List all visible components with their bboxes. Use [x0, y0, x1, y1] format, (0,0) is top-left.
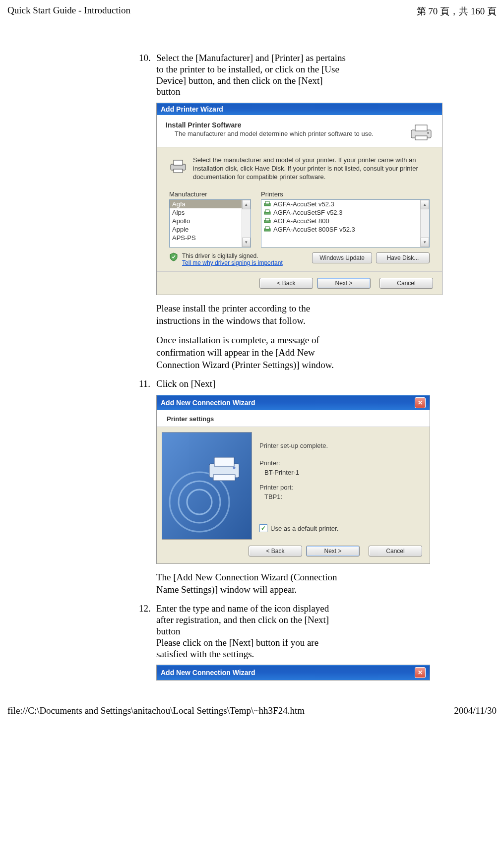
printer-item-icon	[264, 226, 271, 233]
step-number-10: 10.	[139, 53, 156, 98]
list-item[interactable]: Apollo	[170, 217, 251, 225]
driver-signed-text: This driver is digitally signed.	[182, 252, 283, 259]
dialog-title: Add Printer Wizard	[161, 105, 223, 113]
add-connection-wizard-dialog: Add New Connection Wizard ✕ Printer sett…	[156, 395, 430, 564]
svg-rect-12	[265, 218, 269, 221]
printer-description: Select the manufacturer and model of you…	[193, 156, 430, 182]
back-button[interactable]: < Back	[249, 546, 302, 557]
scroll-down-icon[interactable]: ▾	[242, 238, 251, 247]
dialog-titlebar: Add New Connection Wizard ✕	[157, 665, 430, 680]
svg-point-22	[233, 467, 236, 469]
scrollbar[interactable]: ▴ ▾	[420, 200, 429, 247]
check-icon: ✓	[261, 525, 266, 532]
scroll-up-icon[interactable]: ▴	[242, 200, 251, 209]
list-item[interactable]: Apple	[170, 225, 251, 234]
printer-icon	[409, 121, 433, 142]
printers-listbox[interactable]: AGFA-AccuSet v52.3 AGFA-AccuSetSF v52.3 …	[261, 199, 430, 248]
next-button[interactable]: Next >	[317, 278, 371, 289]
scrollbar[interactable]: ▴ ▾	[242, 200, 251, 247]
svg-rect-20	[214, 457, 234, 466]
shield-icon	[169, 252, 178, 261]
wizard-subheading: The manufacturer and model determine whi…	[175, 130, 409, 137]
printer-small-icon	[169, 157, 187, 175]
next-button[interactable]: Next >	[306, 546, 360, 557]
manufacturer-listbox[interactable]: Agfa Alps Apollo Apple APS-PS ▴ ▾	[169, 199, 251, 248]
list-item[interactable]: AGFA-AccuSet 800	[261, 217, 429, 225]
list-item[interactable]: AGFA-AccuSetSF v52.3	[261, 208, 429, 217]
svg-rect-14	[265, 227, 269, 229]
dialog-titlebar: Add Printer Wizard	[157, 103, 442, 115]
manufacturer-label: Manufacturer	[169, 190, 251, 198]
header-right: 第 70 頁，共 160 頁	[417, 5, 497, 18]
step-number-11: 11.	[139, 378, 156, 390]
cancel-button[interactable]: Cancel	[369, 546, 422, 557]
close-button[interactable]: ✕	[415, 397, 426, 408]
svg-rect-15	[162, 433, 252, 539]
default-printer-label: Use as a default printer.	[270, 525, 338, 532]
svg-rect-6	[174, 169, 183, 173]
svg-rect-1	[415, 125, 427, 131]
add-connection-wizard-dialog-2: Add New Connection Wizard ✕	[156, 665, 430, 681]
footer-path: file://C:\Documents and Settings\anitach…	[7, 705, 305, 716]
step-text-11: Click on [Next]	[156, 378, 215, 390]
close-button[interactable]: ✕	[415, 667, 426, 678]
svg-rect-21	[213, 475, 235, 481]
printer-item-icon	[264, 200, 271, 207]
printer-settings-heading: Printer settings	[157, 410, 430, 427]
windows-update-button[interactable]: Windows Update	[312, 252, 372, 263]
wizard-graphic	[162, 432, 252, 540]
have-disk-button[interactable]: Have Disk...	[376, 252, 430, 263]
close-icon: ✕	[418, 399, 423, 406]
dialog-title: Add New Connection Wizard	[161, 399, 255, 407]
scroll-down-icon[interactable]: ▾	[421, 238, 429, 247]
close-icon: ✕	[418, 669, 423, 676]
header-left: Quick Start Guide - Introduction	[7, 5, 130, 18]
svg-rect-10	[265, 210, 269, 212]
printer-item-icon	[264, 217, 271, 224]
body-para-1: Please install the printer according to …	[156, 303, 347, 327]
svg-rect-5	[174, 160, 183, 165]
body-para-2: Once installation is complete, a message…	[156, 334, 347, 371]
back-button[interactable]: < Back	[259, 278, 313, 289]
footer-date: 2004/11/30	[454, 705, 497, 716]
cancel-button[interactable]: Cancel	[379, 278, 433, 289]
list-item[interactable]: Alps	[170, 208, 251, 217]
default-printer-checkbox[interactable]: ✓	[259, 524, 267, 532]
printer-item-icon	[264, 209, 271, 216]
printer-label: Printer:	[259, 459, 420, 467]
list-item[interactable]: AGFA-AccuSet 800SF v52.3	[261, 225, 429, 234]
step-text-12: Enter the type and name of the icon disp…	[156, 603, 347, 660]
svg-rect-2	[415, 136, 427, 140]
list-item[interactable]: Agfa	[170, 200, 251, 208]
scroll-up-icon[interactable]: ▴	[421, 200, 429, 209]
printers-label: Printers	[261, 190, 430, 198]
signing-link[interactable]: Tell me why driver signing is important	[182, 259, 283, 266]
list-item[interactable]: APS-PS	[170, 234, 251, 242]
setup-complete-text: Printer set-up complete.	[259, 442, 420, 449]
port-value: TBP1:	[264, 493, 420, 500]
list-item[interactable]: AGFA-AccuSet v52.3	[261, 200, 429, 208]
svg-rect-8	[265, 201, 269, 204]
dialog-titlebar: Add New Connection Wizard ✕	[157, 395, 430, 410]
dialog-title: Add New Connection Wizard	[161, 669, 255, 677]
printer-value: BT-Printer-1	[264, 469, 420, 476]
svg-point-3	[427, 132, 429, 134]
step-text-10: Select the [Manufacturer] and [Printer] …	[156, 53, 347, 98]
step-number-12: 12.	[139, 603, 156, 660]
port-label: Printer port:	[259, 484, 420, 491]
body-para-3: The [Add New Connection Wizard (Connecti…	[156, 571, 347, 596]
add-printer-wizard-dialog: Add Printer Wizard Install Printer Softw…	[156, 103, 442, 295]
wizard-heading: Install Printer Software	[166, 121, 409, 129]
